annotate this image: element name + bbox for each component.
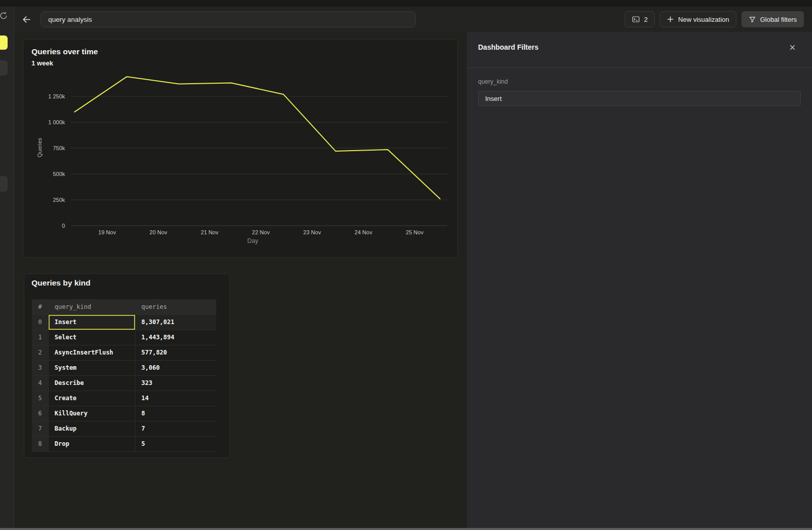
queries-value-cell[interactable]: 8,307,021 xyxy=(135,314,216,330)
row-index-cell: 0 xyxy=(32,314,48,330)
dashboard-filters-panel: Dashboard Filters query_kind Insert xyxy=(467,32,812,530)
query-kind-cell[interactable]: KillQuery xyxy=(48,406,135,421)
table-row: 1Select1,443,894 xyxy=(32,330,216,345)
query-kind-cell[interactable]: Drop xyxy=(48,436,135,451)
queries-value-cell[interactable]: 5 xyxy=(135,436,216,451)
queries-table-body: 0Insert8,307,0211Select1,443,8942AsyncIn… xyxy=(32,314,216,451)
y-axis-label: Queries xyxy=(37,137,43,157)
query-kind-cell[interactable]: Insert xyxy=(48,314,135,330)
dashboard-title-input[interactable] xyxy=(41,11,416,27)
plus-icon xyxy=(667,16,674,23)
queries-table: # query_kind queries 0Insert8,307,0211Se… xyxy=(32,299,216,452)
query-kind-cell[interactable]: Select xyxy=(48,330,135,345)
table-header: # query_kind queries xyxy=(32,299,216,314)
chart-title: Queries over time xyxy=(31,47,98,56)
chart-subtitle: 1 week xyxy=(31,59,53,67)
dashboard-canvas: Queries over time 1 week 0250k500k750k1 … xyxy=(14,32,467,530)
y-tick-label: 1 000k xyxy=(48,119,65,125)
queries-line-chart: 0250k500k750k1 000k1 250k19 Nov20 Nov21 … xyxy=(23,40,457,257)
column-header-queries[interactable]: queries xyxy=(135,299,216,314)
column-header-query-kind[interactable]: query_kind xyxy=(48,299,135,314)
new-visualization-button[interactable]: New visualization xyxy=(660,11,736,27)
close-icon[interactable] xyxy=(788,44,797,53)
table-row: 2AsyncInsertFlush577,820 xyxy=(32,345,216,360)
app-root: 2 New visualization Global filters Queri… xyxy=(0,0,812,530)
queries-value-cell[interactable]: 577,820 xyxy=(135,345,216,360)
query-kind-cell[interactable]: Describe xyxy=(48,375,135,391)
query-kind-cell[interactable]: Create xyxy=(48,391,135,406)
row-index-cell: 1 xyxy=(32,330,48,345)
table-title: Queries by kind xyxy=(31,278,90,288)
query-kind-cell[interactable]: Backup xyxy=(48,421,135,436)
funnel-icon xyxy=(749,16,756,23)
sidebar-item[interactable] xyxy=(0,176,8,192)
row-index-cell: 5 xyxy=(32,391,48,406)
filter-value-input[interactable]: Insert xyxy=(478,91,801,106)
x-tick-label: 20 Nov xyxy=(150,229,167,235)
back-button[interactable] xyxy=(20,13,33,26)
console-count-label: 2 xyxy=(644,16,648,23)
table-row: 5Create14 xyxy=(32,391,216,406)
row-index-cell: 2 xyxy=(32,345,48,360)
x-tick-label: 23 Nov xyxy=(303,229,321,235)
new-visualization-label: New visualization xyxy=(678,16,729,23)
queries-value-cell[interactable]: 323 xyxy=(135,375,216,391)
y-tick-label: 500k xyxy=(53,171,65,177)
x-tick-label: 25 Nov xyxy=(406,229,424,235)
table-row: 6KillQuery8 xyxy=(32,406,216,421)
sidebar-item-active[interactable] xyxy=(0,36,8,50)
x-tick-label: 24 Nov xyxy=(355,229,373,235)
queries-value-cell[interactable]: 1,443,894 xyxy=(135,330,216,345)
table-row: 0Insert8,307,021 xyxy=(32,314,216,330)
bottom-window-edge xyxy=(0,528,812,530)
panel-divider xyxy=(467,67,812,68)
table-row: 7Backup7 xyxy=(32,421,216,436)
console-icon xyxy=(632,15,640,23)
x-tick-label: 21 Nov xyxy=(201,229,219,235)
y-tick-label: 0 xyxy=(62,223,65,229)
arrow-left-icon xyxy=(22,15,31,24)
y-tick-label: 1 250k xyxy=(48,93,65,99)
chart-card: Queries over time 1 week 0250k500k750k1 … xyxy=(23,39,458,258)
query-kind-cell[interactable]: System xyxy=(48,360,135,375)
sidebar-item[interactable] xyxy=(0,60,8,76)
column-header-index[interactable]: # xyxy=(32,299,48,314)
global-filters-label: Global filters xyxy=(760,16,797,23)
table-row: 8Drop5 xyxy=(32,436,216,451)
x-axis-label: Day xyxy=(247,237,258,244)
queries-value-cell[interactable]: 14 xyxy=(135,391,216,406)
global-filters-button[interactable]: Global filters xyxy=(741,11,804,27)
x-tick-label: 22 Nov xyxy=(252,229,270,235)
queries-value-cell[interactable]: 7 xyxy=(135,421,216,436)
row-index-cell: 7 xyxy=(32,421,48,436)
filter-value-text: Insert xyxy=(485,95,502,102)
table-card: Queries by kind # query_kind queries 0In… xyxy=(24,273,230,458)
topbar: 2 New visualization Global filters xyxy=(14,7,812,32)
table-row: 4Describe323 xyxy=(32,375,216,391)
window-top-edge xyxy=(0,0,812,7)
topbar-actions: 2 New visualization Global filters xyxy=(625,11,804,27)
filters-panel-title: Dashboard Filters xyxy=(478,43,538,51)
row-index-cell: 6 xyxy=(32,406,48,421)
query-kind-cell[interactable]: AsyncInsertFlush xyxy=(48,345,135,360)
row-index-cell: 8 xyxy=(32,436,48,451)
row-index-cell: 4 xyxy=(32,375,48,391)
chart-line xyxy=(75,77,440,199)
y-tick-label: 750k xyxy=(53,145,65,151)
sidebar xyxy=(0,7,14,530)
y-tick-label: 250k xyxy=(53,197,65,203)
filter-field-label: query_kind xyxy=(478,78,508,85)
x-tick-label: 19 Nov xyxy=(98,229,116,235)
console-count-button[interactable]: 2 xyxy=(625,11,655,27)
table-row: 3System3,060 xyxy=(32,360,216,375)
queries-value-cell[interactable]: 8 xyxy=(135,406,216,421)
row-index-cell: 3 xyxy=(32,360,48,375)
queries-value-cell[interactable]: 3,060 xyxy=(135,360,216,375)
history-icon[interactable] xyxy=(0,11,8,20)
